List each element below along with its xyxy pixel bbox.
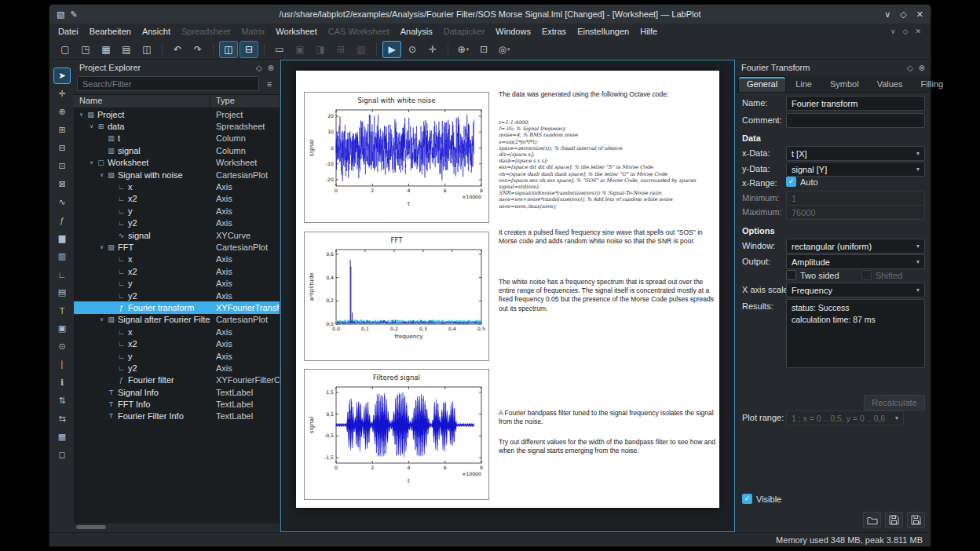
tree-row[interactable]: ∟x2Axis [74,193,280,205]
save-project-button[interactable]: ▦ [97,41,115,58]
expander-icon[interactable]: ∨ [97,244,106,250]
add-text-label-button[interactable]: T [53,302,71,319]
titlebar[interactable]: ▧ ✎ /usr/share/labplot2/examples/Analysi… [49,5,931,24]
tree-row[interactable]: ∟x2Axis [74,265,280,277]
crosshair-mode-button[interactable]: ✛ [423,41,442,58]
tab-symbol[interactable]: Symbol [821,76,868,92]
two-sided-label[interactable]: Two sided [800,271,839,280]
expander-icon[interactable]: ∨ [97,172,106,178]
save-default-button[interactable] [907,512,925,528]
tree-row[interactable]: ∟y2Axis [74,290,280,301]
x-axis-scale-select[interactable]: Frequency ▾ [786,283,925,297]
expander-icon[interactable]: ∨ [87,123,96,130]
tree-row[interactable]: ∨⊞dataSpreadsheet [74,120,280,132]
add-image-button[interactable]: ▣ [53,320,71,337]
tree-row[interactable]: ƒFourier transformXYFourierTransformCurv… [74,301,280,313]
maximize-button[interactable]: ◇ [900,9,906,20]
tree-row[interactable]: ∟yAxis [74,205,280,217]
expander-icon[interactable]: ∨ [87,159,96,166]
zoom-select-button[interactable]: ⊕ [53,104,71,120]
tree-row[interactable]: ∟y2Axis [74,217,280,229]
tree-row[interactable]: ∟xAxis [74,326,280,338]
visible-label[interactable]: Visible [756,494,781,504]
add-two-axes-plot-button[interactable]: ⊟ [53,140,71,156]
tree-row[interactable]: ∨▢WorksheetWorksheet [74,157,280,169]
print-button[interactable]: ▤ [117,41,136,58]
expander-icon[interactable]: ∨ [97,316,106,323]
plot-filtered-signal[interactable]: Filtered signal024681,50,5-0,5-1,5signal… [304,369,489,500]
plot-signal-with-noise[interactable]: Signal with white noise02468-20-1001020s… [304,92,489,223]
navigate-select-mode-button[interactable]: ▶ [382,41,401,58]
tree-row[interactable]: ∨▧Signal after Fourier FilterCartesianPl… [74,314,280,326]
text-label-octave-code[interactable]: t=1:1:4000;f=.05; % Signal frequencynois… [499,119,715,210]
tab-filling[interactable]: Filling [912,76,952,92]
visible-checkbox[interactable]: ✓ [742,494,752,504]
menu-worksheet[interactable]: Worksheet [270,25,322,38]
tree-row[interactable]: TFourier Filter InfoTextLabel [74,411,280,422]
navigate-crosshair-button[interactable]: ✛ [53,86,71,102]
text-label-octave-intro[interactable]: The data was generated using the followi… [499,90,715,99]
tree-row[interactable]: TSignal InfoTextLabel [74,386,280,398]
new-project-button[interactable]: ▢ [56,41,75,58]
horizontal-layout-button[interactable]: ⇆ [53,411,71,427]
column-header-type[interactable]: Type [210,95,280,108]
add-legend-button[interactable]: ▤ [53,284,71,301]
properties-header[interactable]: Fourier Transform ◇ ⊗ [736,60,931,75]
tree-row[interactable]: ∟y2Axis [74,362,280,374]
text-label-filter-hint[interactable]: Try out different values for the width o… [499,438,715,455]
mdi-restore-button[interactable]: ◇ [903,27,909,35]
add-histogram-button[interactable]: ▆ [53,230,71,246]
auto-checkbox[interactable]: ✓ [786,177,796,187]
horizontal-scrollbar[interactable] [74,524,280,531]
add-custom-point-button[interactable]: ⊙ [53,338,71,355]
text-label-filter-info[interactable]: A Fourier bandpass filter tuned to the s… [499,409,715,426]
close-button[interactable]: ✕ [916,9,923,20]
add-reference-line-button[interactable]: ∣ [53,356,71,373]
horizontal-layout-button[interactable]: ⊟ [240,41,258,58]
select-and-edit-button[interactable]: ➤ [53,68,71,84]
mdi-minimize-button[interactable]: ∨ [890,27,896,35]
zoom-mode-button[interactable]: ⊙ [403,41,422,58]
tree-row[interactable]: ▥signalColumn [74,144,280,156]
comment-input[interactable] [786,113,925,128]
redo-button[interactable]: ↷ [188,41,207,58]
worksheet-canvas[interactable]: Signal with white noise02468-20-1001020s… [296,71,719,508]
tree-row[interactable]: TFFT InfoTextLabel [74,398,280,410]
open-project-button[interactable]: ◳ [76,41,95,58]
name-input[interactable] [786,96,925,111]
add-four-axes-plot-button[interactable]: ⊞ [53,122,71,138]
grid-layout-button[interactable]: ▦ [53,429,71,445]
menu-datei[interactable]: Datei [53,25,84,38]
output-select[interactable]: Amplitude ▾ [786,254,925,269]
add-xy-curve-button[interactable]: ∿ [53,194,71,210]
menu-analysis[interactable]: Analysis [395,25,438,38]
worksheet-view[interactable]: Signal with white noise02468-20-1001020s… [280,60,735,532]
minimize-button[interactable]: ∨ [884,9,890,20]
tree-row[interactable]: ∟xAxis [74,181,280,192]
tree-row[interactable]: ∿signalXYCurve [74,229,280,241]
load-template-button[interactable] [863,512,881,528]
tree-row[interactable]: ∟yAxis [74,350,280,362]
tree-row[interactable]: ∟yAxis [74,277,280,289]
vertical-layout-button[interactable]: ⇅ [53,392,71,409]
tree-row[interactable]: ∨▨ProjectProject [74,108,280,120]
mdi-close-button[interactable]: ✕ [915,27,921,35]
dock-float-icon[interactable]: ◇ [907,64,913,72]
menu-windows[interactable]: Windows [490,25,536,38]
column-header-name[interactable]: Name [74,95,210,108]
tree-row[interactable]: ∨▧FFTCartesianPlot [74,241,280,253]
tab-line[interactable]: Line [787,76,821,92]
dock-close-icon[interactable]: ⊗ [919,64,925,72]
add-centered-axes-plot-button[interactable]: ⊡ [53,158,71,174]
tree-row[interactable]: ∨▧Signal with noiseCartesianPlot [74,169,280,181]
search-input[interactable] [77,76,259,91]
magnification-button[interactable]: ◎▾ [495,41,514,58]
y-data-select[interactable]: signal [Y] ▾ [786,162,925,177]
break-layout-button[interactable]: ◻ [53,447,71,463]
project-explorer-header[interactable]: Project Explorer ◇ ⊗ [74,60,280,75]
add-equation-curve-button[interactable]: ƒ [53,212,71,228]
two-sided-checkbox[interactable]: ✓ [786,270,796,280]
menu-einstellungen[interactable]: Einstellungen [572,25,634,38]
text-label-signal-info[interactable]: It creates a pulsed fixed frequency sine… [499,228,715,246]
menu-hilfe[interactable]: Hilfe [634,25,663,38]
